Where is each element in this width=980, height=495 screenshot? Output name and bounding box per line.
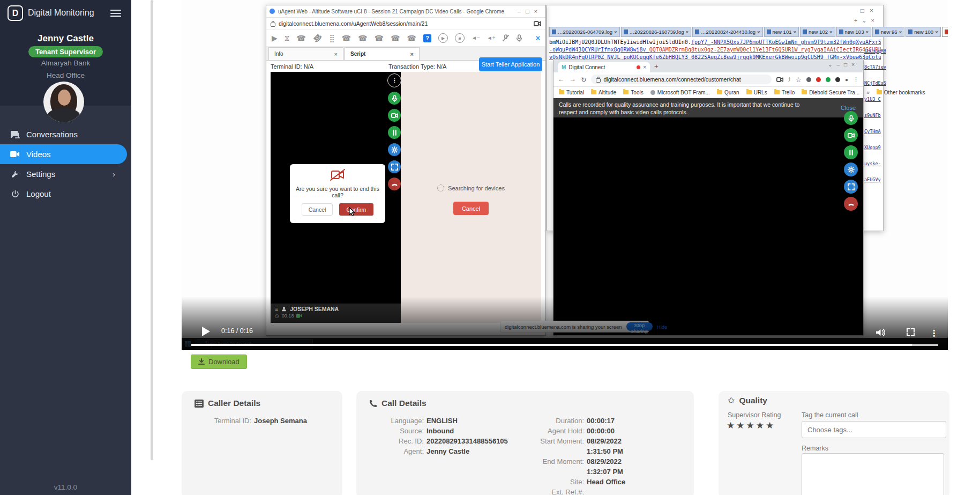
extension-icon — [835, 77, 840, 82]
detail-row: Start Moment:08/29/20221:31:50 PM — [514, 436, 625, 456]
camera-off-icon — [328, 168, 347, 181]
seek-buffer — [912, 344, 938, 346]
close-session-icon: × — [536, 34, 540, 42]
hide-share-link: Hide — [657, 324, 668, 330]
remarks-label: Remarks — [802, 445, 828, 452]
volume-up-icon: ◄+ — [487, 35, 496, 41]
device-search-status: Searching for devices — [401, 184, 541, 191]
call-details-right: Duration:00:00:17 Agent Hold:00:00:00 St… — [514, 416, 625, 495]
hangup-button — [844, 197, 858, 211]
supervisor-rating-label: Supervisor Rating — [728, 411, 781, 419]
folder-icon — [802, 90, 807, 94]
mic-button — [844, 111, 858, 125]
app-title: Digital Monitoring — [28, 8, 94, 18]
caret-icon: ⌄ — [862, 17, 871, 24]
bookmark-item: Microsoft BOT Fram... — [650, 90, 710, 95]
editor-tab: new 96× — [872, 27, 904, 37]
new-tab-icon: + — [654, 62, 659, 70]
download-button[interactable]: Download — [191, 354, 247, 369]
close-icon: × — [534, 8, 542, 14]
favicon — [270, 9, 275, 14]
wrench-icon — [9, 170, 21, 179]
clock-icon: ◷ — [275, 313, 279, 319]
stop-record-icon: ■ — [455, 33, 465, 43]
close-icon: × — [643, 64, 646, 70]
video-camera-icon — [9, 151, 21, 158]
vertical-scrollbar[interactable] — [151, 0, 153, 460]
minimize-icon: – — [837, 62, 844, 68]
folder-icon — [623, 90, 629, 94]
sidebar-item-logout[interactable]: Logout — [0, 184, 131, 204]
editor-tab-bar: …20220826-064709.log× …20220826-160739.l… — [548, 27, 882, 37]
bookmark-item: Tutorial — [559, 90, 584, 95]
more-options-icon: ⋮ — [387, 73, 401, 87]
close-icon: × — [614, 29, 617, 35]
pause-button — [844, 145, 858, 159]
expand-button — [388, 160, 401, 173]
chevron-right-icon: › — [113, 169, 115, 179]
fullscreen-icon[interactable] — [907, 328, 915, 336]
maximize-icon: □ — [526, 8, 534, 14]
player-menu-icon[interactable]: ⋮ — [930, 328, 938, 338]
terminal-id-field: Terminal ID: N/A — [271, 63, 313, 70]
bookmark-item: URLs — [746, 90, 767, 95]
maximize-icon: □ — [844, 62, 851, 68]
close-icon: × — [870, 7, 879, 14]
close-icon: × — [935, 29, 938, 35]
detail-row: Rec. ID:202208291331488556105 — [364, 436, 508, 446]
avatar — [43, 82, 84, 122]
bookmark-star-icon: ☆ — [796, 76, 802, 84]
avatar-face — [58, 90, 71, 106]
help-icon: ? — [423, 34, 431, 42]
extension-icon — [826, 77, 831, 82]
url-text: digitalconnect.bluemena.com/uAgentWeb8/s… — [279, 20, 530, 27]
bookmark-item: Quran — [717, 90, 739, 95]
pause-button — [388, 126, 401, 139]
caller-footer: ≡ JOSEPH SEMANA ◷ 00:18 — [271, 304, 401, 323]
close-icon: × — [899, 29, 902, 35]
folder-icon — [717, 90, 722, 94]
lock-icon — [596, 78, 601, 83]
tags-input[interactable] — [802, 421, 946, 438]
tab-info: Info× — [268, 47, 343, 60]
editor-tab: new 101× — [764, 27, 799, 37]
list-icon — [194, 400, 204, 408]
sidebar-item-videos[interactable]: Videos — [0, 144, 127, 164]
settings-button — [844, 162, 858, 176]
detail-row: Source:Inbound — [364, 426, 508, 436]
sidebar-item-settings[interactable]: Settings › — [0, 164, 131, 184]
time-display: 0:16 / 0:16 — [221, 327, 253, 335]
call-details-card: Call Details Language:ENGLISH Source:Inb… — [356, 391, 694, 495]
download-icon — [198, 358, 205, 365]
hamburger-menu-icon[interactable] — [110, 10, 121, 17]
rating-stars[interactable]: ★★★★★ — [727, 420, 775, 431]
hangup-button — [388, 178, 401, 190]
seek-bar[interactable] — [191, 344, 938, 346]
mute-icon — [503, 34, 509, 42]
recording-notice-bar: Calls are recorded for quality assurance… — [553, 98, 863, 119]
play-button[interactable] — [202, 327, 210, 336]
site-favicon: M — [562, 64, 566, 70]
power-icon — [9, 190, 21, 198]
video-player[interactable]: □× +⌄× …20220826-064709.log× …20220826-1… — [182, 0, 948, 350]
agent-address-bar: digitalconnect.bluemena.com/uAgentWeb8/s… — [266, 18, 545, 30]
volume-icon[interactable] — [876, 328, 886, 337]
camera-button — [844, 128, 858, 142]
remarks-textarea[interactable] — [802, 453, 944, 495]
sidebar-item-conversations[interactable]: Conversations — [0, 124, 131, 144]
customer-video-area — [553, 117, 863, 335]
start-teller-application-button: Start Teller Application — [479, 57, 542, 71]
extension-icon — [816, 77, 821, 82]
play-record-icon: ▶ — [438, 33, 448, 43]
folder-icon — [877, 90, 882, 94]
url-text: digitalconnect.bluemena.com/connected/cu… — [603, 76, 740, 83]
camera-icon — [296, 314, 302, 318]
device-search-panel: Searching for devices Cancel — [401, 72, 541, 323]
camera-button — [388, 109, 401, 122]
play-icon: ▶ — [272, 34, 278, 42]
caller-details-title: Caller Details — [194, 398, 260, 408]
bookmarks-bar: Tutorial Altitude Tools Microsoft BOT Fr… — [553, 87, 863, 98]
editor-tab: new 103× — [836, 27, 871, 37]
customer-call-controls — [844, 111, 858, 211]
notice-close-link: Close — [841, 105, 856, 111]
